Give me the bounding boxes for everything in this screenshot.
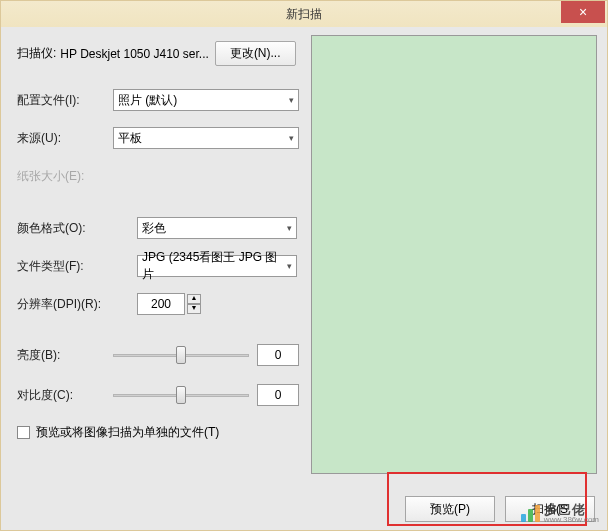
contrast-input[interactable] <box>257 384 299 406</box>
file-type-value: JPG (2345看图王 JPG 图片 <box>142 249 287 283</box>
scan-dialog: 新扫描 × 扫描仪: HP Deskjet 1050 J410 ser... 更… <box>0 0 608 531</box>
preview-button[interactable]: 预览(P) <box>405 496 495 522</box>
scanner-label: 扫描仪: <box>17 45 56 62</box>
window-title: 新扫描 <box>1 6 607 23</box>
resolution-up-button[interactable]: ▲ <box>187 294 201 304</box>
chevron-down-icon: ▾ <box>287 223 292 233</box>
paper-size-label: 纸张大小(E): <box>17 168 113 185</box>
form-panel: 扫描仪: HP Deskjet 1050 J410 ser... 更改(N)..… <box>1 27 311 482</box>
close-button[interactable]: × <box>561 1 605 23</box>
color-format-value: 彩色 <box>142 220 166 237</box>
profile-select[interactable]: 照片 (默认) ▾ <box>113 89 299 111</box>
profile-label: 配置文件(I): <box>17 92 113 109</box>
footer: 预览(P) 扫描(S <box>405 496 595 522</box>
source-value: 平板 <box>118 130 142 147</box>
preview-area <box>311 35 597 474</box>
separate-files-checkbox[interactable] <box>17 426 30 439</box>
file-type-select[interactable]: JPG (2345看图王 JPG 图片 ▾ <box>137 255 297 277</box>
separate-files-label: 预览或将图像扫描为单独的文件(T) <box>36 424 219 441</box>
resolution-input[interactable] <box>137 293 185 315</box>
contrast-slider[interactable] <box>113 385 249 405</box>
scan-button[interactable]: 扫描(S <box>505 496 595 522</box>
change-scanner-button[interactable]: 更改(N)... <box>215 41 296 66</box>
titlebar: 新扫描 × <box>1 1 607 27</box>
brightness-label: 亮度(B): <box>17 347 113 364</box>
resolution-label: 分辨率(DPI)(R): <box>17 296 113 313</box>
scanner-name: HP Deskjet 1050 J410 ser... <box>60 47 209 61</box>
color-format-select[interactable]: 彩色 ▾ <box>137 217 297 239</box>
brightness-slider[interactable] <box>113 345 249 365</box>
resolution-down-button[interactable]: ▼ <box>187 304 201 314</box>
file-type-label: 文件类型(F): <box>17 258 113 275</box>
chevron-down-icon: ▾ <box>289 95 294 105</box>
source-select[interactable]: 平板 ▾ <box>113 127 299 149</box>
chevron-down-icon: ▾ <box>287 261 292 271</box>
color-format-label: 颜色格式(O): <box>17 220 113 237</box>
source-label: 来源(U): <box>17 130 113 147</box>
chevron-down-icon: ▾ <box>289 133 294 143</box>
profile-value: 照片 (默认) <box>118 92 177 109</box>
contrast-label: 对比度(C): <box>17 387 113 404</box>
brightness-input[interactable] <box>257 344 299 366</box>
